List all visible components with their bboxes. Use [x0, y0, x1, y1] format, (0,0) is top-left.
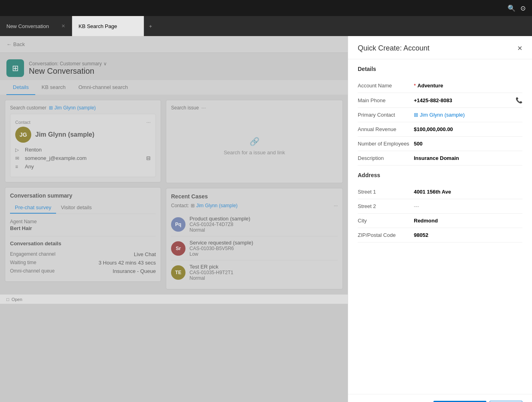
omni-queue-label: Omni-channel queue — [10, 268, 62, 274]
engagement-channel-value: Live Chat — [134, 251, 156, 257]
tab-close-icon[interactable]: ✕ — [61, 23, 65, 29]
street2-label: Street 2 — [358, 203, 414, 209]
sub-tabs: Details KB search Omni-channel search — [0, 80, 348, 95]
case-avatar-1: Pq — [171, 217, 185, 232]
tab-kb-label: KB Search Page — [79, 23, 117, 29]
avatar-icon: ⊞ — [12, 63, 19, 73]
customer-link-text: Jim Glynn (sample) — [54, 105, 96, 111]
back-label: Back — [13, 41, 25, 47]
status-icon: □ — [6, 297, 9, 302]
case-avatar-3: TE — [171, 265, 185, 280]
account-name-label: Account Name — [358, 83, 414, 89]
account-name-value[interactable]: Adventure — [417, 83, 522, 89]
city-label: City — [358, 218, 414, 224]
quick-create-header: Quick Create: Account ✕ — [348, 36, 532, 59]
issue-search-card: Search issue --- 🔗 Search for a issue an… — [166, 100, 343, 183]
employees-value[interactable]: 500 — [414, 141, 522, 147]
address-section: Address Street 1 4001 156th Ave Street 2… — [358, 172, 522, 242]
omni-queue-row: Omni-channel queue Insurance - Queue — [10, 268, 156, 274]
main-phone-value[interactable]: +1425-882-8083 — [414, 97, 516, 103]
subtab-details[interactable]: Details — [6, 80, 35, 95]
street1-label: Street 1 — [358, 189, 414, 195]
annual-revenue-value[interactable]: $100,000,000.00 — [414, 126, 522, 132]
right-column: Search issue --- 🔗 Search for a issue an… — [166, 100, 343, 289]
link-icon: 🔗 — [250, 137, 260, 146]
city-value[interactable]: Redmond — [414, 218, 522, 224]
phone-icon[interactable]: 📞 — [516, 97, 522, 103]
recent-cases-more-icon[interactable]: ··· — [334, 203, 338, 208]
contact-label: Contact — [15, 120, 30, 125]
omni-queue-value: Insurance - Queue — [113, 268, 156, 274]
case-avatar-2: Sr — [171, 241, 185, 256]
customer-link[interactable]: ⊞ Jim Glynn (sample) — [49, 105, 96, 111]
field-description: Description Insurance Domain — [358, 151, 522, 166]
field-annual-revenue: Annual Revenue $100,000,000.00 — [358, 122, 522, 137]
customer-link-icon: ⊞ — [49, 105, 53, 111]
tab-kb-search[interactable]: KB Search Page — [72, 16, 144, 36]
contact-name-row: JG Jim Glynn (sample) — [15, 127, 151, 143]
agent-name-field: Agent Name Bert Hair — [10, 219, 156, 231]
contact-city-row: ▷ Renton — [15, 147, 151, 153]
tab-add-button[interactable]: + — [144, 16, 157, 36]
field-street2: Street 2 --- — [358, 199, 522, 214]
contact-name: Jim Glynn (sample) — [35, 131, 95, 138]
case-name-3: Test ER pick — [189, 264, 233, 270]
address-section-label: Address — [358, 172, 522, 178]
conversation-title-area: Conversation: Customer summary ∨ New Con… — [29, 61, 107, 76]
street1-value[interactable]: 4001 156th Ave — [414, 189, 522, 195]
case-info-2: Service requested (sample) CAS-01030-B5V… — [189, 240, 253, 257]
engagement-channel-label: Engagement channel — [10, 251, 62, 257]
search-icon[interactable]: 🔍 — [508, 4, 516, 12]
back-button[interactable]: ← Back — [6, 41, 25, 47]
subtab-omni-search[interactable]: Omni-channel search — [72, 80, 135, 95]
field-city: City Redmond — [358, 214, 522, 228]
contact-more-icon[interactable]: ··· — [146, 119, 151, 125]
subtab-kb-search[interactable]: KB search — [35, 80, 72, 95]
case-id-3: CAS-01035-H9T2T1 — [189, 270, 233, 275]
quick-create-panel: Quick Create: Account ✕ Details Account … — [348, 36, 532, 402]
contact-email-row: ✉ someone_j@example.com ⊟ — [15, 155, 151, 161]
issue-placeholder: --- — [201, 105, 206, 111]
left-panel: ← Back ⊞ Conversation: Customer summary … — [0, 36, 348, 402]
back-arrow-icon: ← — [6, 41, 12, 47]
case-info-1: Product question (sample) CAS-01024-T4D7… — [189, 216, 250, 233]
summary-tab-visitor[interactable]: Visitor details — [56, 202, 97, 214]
contact-type-row: ≡ Any — [15, 164, 151, 170]
case-item-1: Pq Product question (sample) CAS-01024-T… — [171, 212, 338, 236]
conversation-avatar: ⊞ — [6, 59, 24, 77]
field-main-phone: Main Phone +1425-882-8083 📞 — [358, 93, 522, 108]
summary-tab-pre-chat[interactable]: Pre-chat survey — [10, 202, 56, 214]
status-bar: □ Open — [0, 294, 348, 304]
agent-name-label: Agent Name — [10, 219, 156, 224]
details-section-label: Details — [358, 66, 522, 72]
case-priority-3: Normal — [189, 275, 233, 281]
primary-contact-value[interactable]: ⊞ Jim Glynn (sample) — [414, 112, 522, 118]
recent-cases-contact-link[interactable]: Jim Glynn (sample) — [196, 203, 238, 208]
conv-details-label: Conversation details — [10, 240, 156, 246]
contact-type: Any — [25, 164, 34, 170]
main-phone-label: Main Phone — [358, 97, 414, 103]
field-employees: Number of Employees 500 — [358, 137, 522, 151]
case-name-1: Product question (sample) — [189, 216, 250, 222]
contact-card: Contact ··· JG Jim Glynn (sample) ▷ — [10, 114, 156, 177]
contact-header: Contact ··· — [15, 119, 151, 125]
left-column: Search customer ⊞ Jim Glynn (sample) Con… — [5, 100, 161, 289]
case-info-3: Test ER pick CAS-01035-H9T2T1 Normal — [189, 264, 233, 281]
quick-create-close-button[interactable]: ✕ — [517, 44, 522, 52]
tab-bar: New Conversation ✕ KB Search Page + — [0, 16, 532, 36]
tab-new-conversation[interactable]: New Conversation ✕ — [0, 16, 72, 36]
field-account-name: Account Name * Adventure — [358, 79, 522, 93]
street2-value[interactable]: --- — [414, 203, 522, 209]
chevron-down-icon: ∨ — [103, 61, 107, 67]
engagement-channel-row: Engagement channel Live Chat — [10, 251, 156, 257]
email-action-icon[interactable]: ⊟ — [146, 155, 151, 161]
case-item-3: TE Test ER pick CAS-01035-H9T2T1 Normal — [171, 261, 338, 284]
zip-value[interactable]: 98052 — [414, 232, 522, 238]
customer-search-card: Search customer ⊞ Jim Glynn (sample) Con… — [5, 100, 161, 182]
field-zip: ZIP/Postal Code 98052 — [358, 228, 522, 242]
nav-bar: ← Back — [0, 36, 348, 53]
description-value[interactable]: Insurance Domain — [414, 155, 522, 161]
customer-search-label: Search customer ⊞ Jim Glynn (sample) — [10, 105, 156, 111]
settings-icon[interactable]: ⊙ — [520, 4, 526, 12]
issue-search-label: Search issue --- — [171, 105, 338, 111]
